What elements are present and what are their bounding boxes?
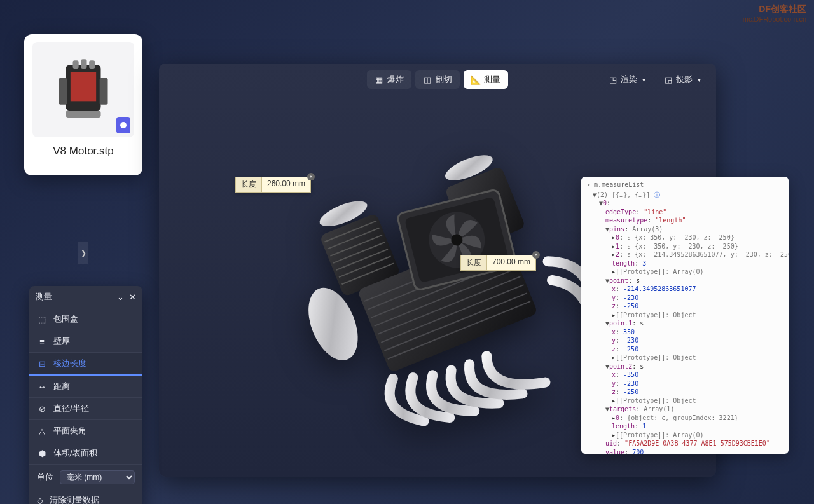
section-button[interactable]: ◫ 剖切 (415, 70, 460, 89)
measure-label: 测量 (484, 74, 500, 85)
measure-tag-value: 260.00 mm (262, 177, 311, 193)
option-icon: △ (37, 426, 47, 436)
measure-button[interactable]: 📐 测量 (464, 70, 508, 89)
close-icon[interactable]: × (532, 251, 540, 259)
close-icon[interactable]: ✕ (129, 292, 136, 302)
devtools-console[interactable]: › m.measureList ▼(2) [{…}, {…}] ⓘ ▼0: ed… (581, 177, 789, 454)
svg-rect-3 (100, 78, 108, 105)
svg-rect-5 (81, 59, 86, 69)
unit-row: 单位 毫米 (mm) (29, 465, 142, 489)
console-expr: m.measureList (594, 181, 644, 188)
section-icon: ◫ (423, 75, 432, 84)
unit-label: 单位 (37, 472, 53, 483)
measure-option[interactable]: ⬚包围盒 (29, 308, 142, 330)
option-label: 包围盒 (53, 313, 78, 325)
svg-rect-2 (59, 78, 67, 105)
svg-rect-7 (66, 111, 101, 118)
svg-rect-1 (71, 72, 96, 102)
watermark-sub: mc.DFRobot.com.cn (743, 15, 806, 23)
expand-handle[interactable]: ❯ (78, 242, 88, 264)
option-icon: ≡ (37, 337, 47, 346)
option-label: 直径/半径 (53, 403, 89, 414)
option-label: 平面夹角 (53, 425, 86, 437)
measure-panel-title: 测量 (36, 291, 52, 303)
option-icon: ↔ (37, 382, 47, 392)
section-label: 剖切 (436, 74, 452, 85)
clear-label: 清除测量数据 (50, 494, 99, 504)
toolbar-right: ◳ 渲染 ◲ 投影 (603, 70, 707, 89)
watermark: DF创客社区 mc.DFRobot.com.cn (743, 4, 806, 23)
option-icon: ⬚ (37, 315, 47, 324)
measure-option[interactable]: ↔距离 (29, 376, 142, 398)
measure-option[interactable]: ⊟棱边长度 (29, 353, 142, 376)
render-icon: ◳ (609, 75, 617, 85)
measure-panel-header: 测量 ⌄ ✕ (29, 286, 142, 308)
svg-rect-6 (89, 60, 95, 69)
top-toolbar: ▦ 爆炸 ◫ 剖切 📐 测量 (367, 70, 508, 89)
measure-tag-2[interactable]: 长度 700.00 mm × (460, 255, 536, 271)
measure-tag-1[interactable]: 长度 260.00 mm × (235, 177, 311, 193)
watermark-title: DF创客社区 (743, 4, 806, 15)
measure-option[interactable]: ⊘直径/半径 (29, 398, 142, 420)
file-card[interactable]: V8 Motor.stp (24, 34, 142, 175)
measure-option[interactable]: ⬢体积/表面积 (29, 442, 142, 465)
explode-label: 爆炸 (387, 74, 404, 85)
projection-dropdown[interactable]: ◲ 投影 (658, 70, 707, 89)
unit-select[interactable]: 毫米 (mm) (60, 470, 135, 484)
svg-point-8 (299, 281, 368, 368)
file-name: V8 Motor.stp (53, 145, 113, 158)
file-thumbnail (32, 42, 134, 137)
file-type-badge-icon (116, 117, 130, 133)
close-icon[interactable]: × (307, 173, 315, 180)
projection-icon: ◲ (665, 75, 672, 85)
option-icon: ⬢ (37, 449, 47, 458)
measure-tag-label: 长度 (235, 177, 262, 193)
svg-rect-4 (73, 60, 79, 69)
option-icon: ⊘ (37, 404, 47, 414)
explode-button[interactable]: ▦ 爆炸 (367, 70, 411, 89)
option-label: 体积/表面积 (53, 447, 97, 459)
measure-option[interactable]: △平面夹角 (29, 420, 142, 442)
option-icon: ⊟ (37, 359, 47, 369)
engine-model[interactable] (285, 133, 590, 438)
option-label: 壁厚 (53, 336, 70, 347)
render-label: 渲染 (621, 74, 637, 85)
render-dropdown[interactable]: ◳ 渲染 (603, 70, 652, 89)
eraser-icon: ◇ (37, 496, 43, 505)
collapse-icon[interactable]: ⌄ (117, 292, 124, 302)
clear-measurements[interactable]: ◇ 清除测量数据 (29, 489, 142, 504)
measure-tag-label: 长度 (460, 255, 487, 271)
measure-icon: 📐 (471, 75, 480, 84)
measure-tag-value: 700.00 mm (487, 255, 536, 271)
option-label: 距离 (53, 381, 70, 392)
explode-icon: ▦ (375, 75, 383, 84)
projection-label: 投影 (676, 74, 693, 85)
option-label: 棱边长度 (53, 358, 86, 369)
measure-option[interactable]: ≡壁厚 (29, 330, 142, 353)
measure-panel: 测量 ⌄ ✕ ⬚包围盒≡壁厚⊟棱边长度↔距离⊘直径/半径△平面夹角⬢体积/表面积… (29, 286, 142, 504)
